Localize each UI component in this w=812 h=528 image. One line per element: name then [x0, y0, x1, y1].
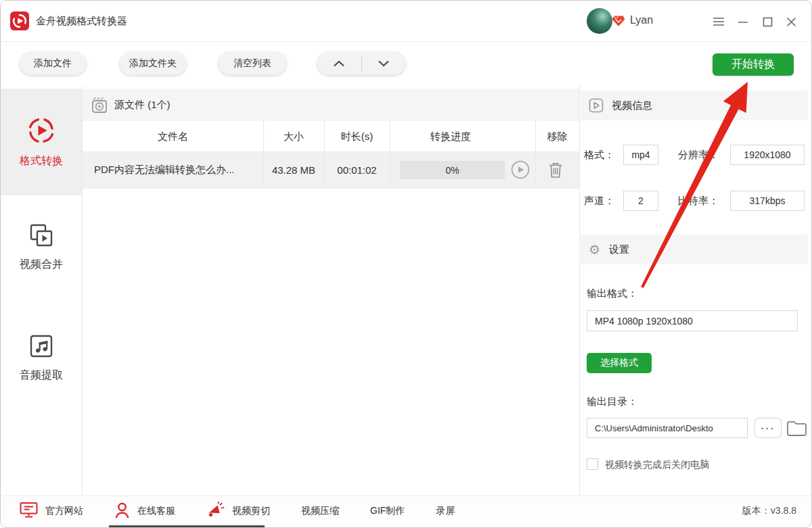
trash-icon[interactable]	[548, 162, 563, 181]
col-header-size: 大小	[263, 121, 324, 152]
footer-link-official-site[interactable]: 官方网站	[20, 502, 83, 521]
channels-value: 2	[623, 191, 658, 211]
source-file-icon	[91, 97, 108, 114]
ellipsis-icon: ···	[761, 423, 775, 434]
divider	[83, 188, 579, 189]
shutdown-checkbox[interactable]	[587, 458, 598, 470]
add-folder-button[interactable]: 添加文件夹	[120, 52, 186, 75]
maximize-button[interactable]	[757, 11, 777, 32]
bitrate-value: 317kbps	[730, 191, 805, 211]
divider	[390, 121, 390, 188]
version-text: 版本：v3.8.8	[742, 505, 796, 517]
footer-link-screen-record[interactable]: 录屏	[436, 505, 455, 517]
annotation-arrow	[1, 1, 812, 528]
col-header-remove: 移除	[535, 121, 579, 152]
move-up-button[interactable]	[317, 52, 361, 75]
output-dir-label: 输出目录：	[587, 395, 637, 408]
footer-link-video-cut[interactable]: 视频剪切	[206, 502, 270, 521]
shutdown-checkbox-label: 视频转换完成后关闭电脑	[605, 459, 709, 471]
title-bar: 金舟视频格式转换器 Lyan	[1, 1, 811, 42]
resolution-value: 1920x1080	[730, 145, 805, 165]
format-convert-icon	[27, 116, 55, 147]
menu-icon[interactable]	[708, 11, 729, 32]
person-icon	[114, 502, 130, 521]
video-info-header: 视频信息	[581, 91, 808, 120]
chevron-up-icon	[333, 57, 345, 70]
taskbar-strip	[109, 525, 265, 528]
play-preview-button[interactable]	[511, 160, 530, 182]
footer-link-label: GIF制作	[370, 505, 405, 517]
sidebar-item-audio-extract[interactable]: 音频提取	[1, 333, 82, 383]
start-convert-button[interactable]: 开始转换	[713, 53, 794, 76]
username: Lyan	[630, 14, 653, 26]
clear-list-button[interactable]: 清空列表	[219, 52, 286, 75]
resolution-label: 分辨率：	[678, 149, 719, 162]
user-avatar[interactable]	[587, 8, 612, 34]
sidebar-item-video-merge[interactable]: 视频合并	[1, 222, 82, 272]
footer-bar: 官方网站 在线客服 视频剪切 视频压缩	[1, 496, 811, 526]
divider	[579, 86, 580, 496]
footer-link-gif-maker[interactable]: GIF制作	[370, 505, 405, 517]
output-format-label: 输出格式：	[587, 287, 637, 300]
footer-link-customer-service[interactable]: 在线客服	[114, 502, 175, 521]
settings-header: ⚙ 设置	[581, 235, 808, 264]
source-files-header: 源文件 (1个)	[83, 89, 579, 121]
settings-title: 设置	[609, 243, 629, 256]
format-value: mp4	[623, 145, 658, 165]
sidebar-item-label: 格式转换	[20, 154, 63, 168]
output-dir-input[interactable]: C:\Users\Administrator\Deskto	[587, 418, 748, 438]
channels-label: 声道：	[584, 195, 614, 208]
audio-extract-icon	[28, 333, 54, 362]
footer-link-video-compress[interactable]: 视频压缩	[301, 505, 339, 517]
file-duration: 00:01:02	[324, 152, 390, 188]
source-files-title: 源文件 (1个)	[114, 99, 171, 112]
footer-link-label: 官方网站	[45, 505, 83, 517]
col-header-duration: 时长(s)	[324, 121, 390, 152]
megaphone-icon	[206, 502, 225, 521]
output-format-input[interactable]: MP4 1080p 1920x1080	[587, 310, 798, 331]
app-window: 金舟视频格式转换器 Lyan 添加文件 添加文件夹 清空列表	[0, 0, 812, 528]
close-button[interactable]	[781, 11, 801, 32]
app-logo-icon	[10, 11, 29, 30]
footer-link-label: 录屏	[436, 505, 455, 517]
format-label: 格式：	[584, 149, 614, 162]
video-merge-icon	[28, 222, 54, 251]
open-folder-icon[interactable]	[786, 418, 807, 439]
add-file-button[interactable]: 添加文件	[20, 52, 86, 75]
move-down-button[interactable]	[362, 52, 406, 75]
divider	[535, 121, 536, 188]
vip-badge-icon	[612, 15, 625, 30]
col-header-progress: 转换进度	[390, 121, 512, 152]
col-header-filename: 文件名	[83, 121, 263, 152]
file-name: PDF内容无法编辑转换怎么办...	[83, 152, 263, 188]
browse-button[interactable]: ···	[754, 418, 782, 438]
choose-format-button[interactable]: 选择格式	[587, 353, 652, 373]
chevron-down-icon	[378, 57, 390, 70]
sidebar-item-label: 视频合并	[20, 258, 63, 272]
gear-icon: ⚙	[589, 242, 600, 257]
sidebar-item-format-convert[interactable]: 格式转换	[1, 89, 82, 195]
footer-link-label: 在线客服	[137, 505, 175, 517]
sidebar-item-label: 音频提取	[20, 368, 63, 383]
minimize-button[interactable]	[733, 11, 753, 32]
footer-link-label: 视频压缩	[301, 505, 339, 517]
video-info-title: 视频信息	[612, 99, 652, 112]
progress-bar: 0%	[400, 161, 505, 179]
app-title: 金舟视频格式转换器	[36, 15, 127, 28]
video-info-icon	[589, 98, 604, 113]
footer-link-label: 视频剪切	[232, 505, 270, 517]
reorder-controls	[317, 52, 405, 75]
file-size: 43.28 MB	[263, 152, 324, 188]
monitor-icon	[20, 502, 38, 521]
bitrate-label: 比特率：	[678, 195, 719, 208]
